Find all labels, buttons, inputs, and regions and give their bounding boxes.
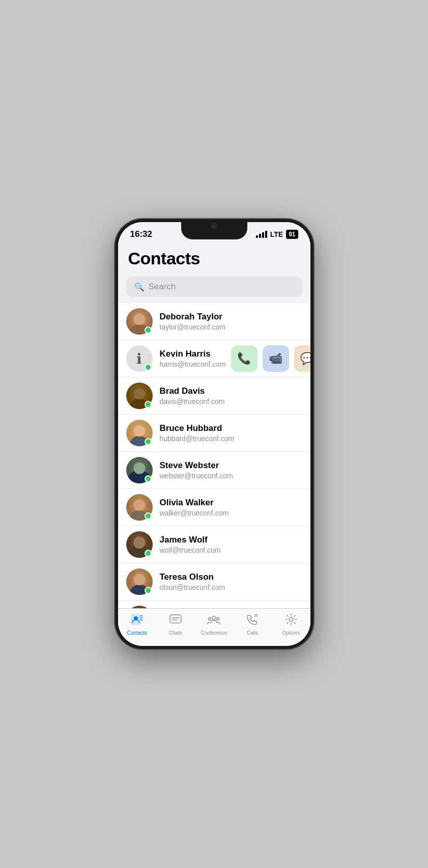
avatar-container bbox=[126, 494, 153, 521]
online-indicator bbox=[145, 327, 152, 334]
contact-name: Steve Webster bbox=[160, 460, 302, 471]
phone-screen: 16:32 LTE 91 Contacts bbox=[118, 222, 310, 646]
tab-contacts[interactable]: Contacts bbox=[118, 613, 157, 636]
svg-point-8 bbox=[134, 425, 145, 437]
contact-item-james-wolf[interactable]: James Wolf wolf@trueconf.com bbox=[118, 526, 310, 563]
tab-options[interactable]: Options bbox=[272, 613, 310, 636]
svg-point-20 bbox=[134, 574, 145, 585]
contact-email: wolf@trueconf.com bbox=[160, 546, 302, 554]
contact-name: Bruce Hubbard bbox=[160, 423, 302, 433]
contacts-tab-icon bbox=[130, 613, 144, 628]
avatar-illustration bbox=[126, 606, 153, 608]
contact-item-brad-davis[interactable]: Brad Davis davis@trueconf.com bbox=[118, 377, 310, 415]
search-bar[interactable]: 🔍 Search bbox=[126, 277, 302, 297]
contacts-tab-label: Contacts bbox=[127, 630, 147, 636]
avatar-bruce-robertson bbox=[126, 606, 153, 608]
calls-tab-icon bbox=[246, 613, 259, 628]
online-indicator bbox=[145, 512, 152, 520]
svg-point-11 bbox=[134, 463, 145, 474]
chats-tab-icon bbox=[169, 613, 182, 628]
options-tab-icon bbox=[284, 613, 298, 628]
contact-name: Deborah Taylor bbox=[160, 312, 302, 322]
svg-point-42 bbox=[209, 618, 211, 620]
status-time: 16:32 bbox=[130, 229, 152, 239]
contact-info: Olivia Walker walker@trueconf.com bbox=[160, 498, 302, 517]
chat-icon: 💬 bbox=[300, 352, 310, 365]
contact-item-steve-webster[interactable]: Steve Webster webster@trueconf.com bbox=[118, 452, 310, 489]
contact-info: Steve Webster webster@trueconf.com bbox=[160, 460, 302, 480]
tab-conference[interactable]: Conference bbox=[195, 613, 234, 636]
signal-bar-1 bbox=[256, 235, 258, 238]
contact-email: harris@trueconf.com bbox=[160, 360, 226, 368]
svg-rect-38 bbox=[170, 615, 181, 623]
chats-tab-label: Chats bbox=[169, 630, 182, 636]
contact-name: Teresa Olson bbox=[160, 572, 302, 582]
options-tab-label: Options bbox=[282, 630, 299, 636]
notch-camera bbox=[211, 223, 217, 229]
contact-email: hubbard@trueconf.com bbox=[160, 435, 302, 443]
svg-point-41 bbox=[212, 616, 216, 620]
avatar-container bbox=[126, 383, 153, 409]
avatar-container bbox=[126, 308, 153, 335]
content-area[interactable]: Contacts 🔍 Search bbox=[118, 242, 310, 608]
contact-item-olivia-walker[interactable]: Olivia Walker walker@trueconf.com bbox=[118, 489, 310, 526]
phone-frame: 16:32 LTE 91 Contacts bbox=[115, 219, 313, 649]
contact-info: Brad Davis davis@trueconf.com bbox=[160, 386, 302, 405]
search-placeholder: Search bbox=[149, 282, 176, 292]
contacts-list: Deborah Taylor taylor@trueconf.com ℹ Kev… bbox=[118, 303, 310, 608]
tab-calls[interactable]: Calls bbox=[233, 613, 272, 636]
contact-info: Kevin Harris harris@trueconf.com bbox=[160, 349, 226, 368]
contact-info: Deborah Taylor taylor@trueconf.com bbox=[160, 312, 302, 331]
avatar-container bbox=[126, 420, 153, 446]
page-title: Contacts bbox=[128, 249, 300, 268]
calls-tab-label: Calls bbox=[247, 630, 258, 636]
online-indicator bbox=[145, 438, 152, 445]
signal-bar-2 bbox=[259, 234, 261, 238]
svg-point-17 bbox=[134, 537, 145, 548]
contact-info: Teresa Olson olson@trueconf.com bbox=[160, 572, 302, 591]
contact-email: taylor@trueconf.com bbox=[160, 323, 302, 331]
page-header: Contacts bbox=[118, 242, 310, 273]
call-button[interactable]: 📞 bbox=[231, 345, 258, 372]
svg-point-43 bbox=[217, 618, 219, 620]
contact-name: Kevin Harris bbox=[160, 349, 226, 359]
svg-point-2 bbox=[134, 314, 145, 325]
svg-point-14 bbox=[134, 500, 145, 511]
signal-bars bbox=[256, 231, 267, 238]
svg-point-5 bbox=[134, 388, 145, 399]
avatar-container bbox=[126, 606, 153, 608]
online-indicator bbox=[145, 550, 152, 557]
online-indicator bbox=[145, 587, 152, 594]
avatar-container: ℹ bbox=[126, 345, 153, 372]
search-icon: 🔍 bbox=[134, 282, 145, 292]
video-icon: 📹 bbox=[269, 352, 282, 365]
call-icon: 📞 bbox=[237, 352, 251, 365]
signal-bar-4 bbox=[265, 231, 267, 238]
contact-item-deborah-taylor[interactable]: Deborah Taylor taylor@trueconf.com bbox=[118, 303, 310, 340]
contact-info: Bruce Hubbard hubbard@trueconf.com bbox=[160, 423, 302, 443]
battery-icon: 91 bbox=[286, 230, 298, 239]
contact-item-bruce-hubbard[interactable]: Bruce Hubbard hubbard@trueconf.com bbox=[118, 415, 310, 452]
avatar-container bbox=[126, 568, 153, 595]
video-button[interactable]: 📹 bbox=[263, 345, 289, 372]
tab-bar: Contacts Chats bbox=[118, 608, 310, 646]
tab-chats[interactable]: Chats bbox=[156, 613, 195, 636]
online-indicator bbox=[145, 475, 152, 482]
status-icons: LTE 91 bbox=[256, 230, 298, 239]
contact-email: davis@trueconf.com bbox=[160, 397, 302, 405]
contact-name: Olivia Walker bbox=[160, 498, 302, 508]
contact-item-bruce-robertson[interactable]: Bruce Robertson robertson@trueconf.com bbox=[118, 601, 310, 608]
conference-tab-label: Conference bbox=[201, 630, 227, 636]
contact-item-teresa-olson[interactable]: Teresa Olson olson@trueconf.com bbox=[118, 563, 310, 601]
online-indicator bbox=[145, 364, 152, 371]
lte-label: LTE bbox=[270, 230, 283, 238]
online-indicator bbox=[145, 401, 152, 408]
contact-item-kevin-harris[interactable]: ℹ Kevin Harris harris@trueconf.com 📞 � bbox=[118, 340, 310, 377]
contact-name: James Wolf bbox=[160, 535, 302, 545]
signal-bar-3 bbox=[262, 232, 264, 238]
chat-button[interactable]: 💬 bbox=[294, 345, 310, 372]
contact-email: walker@trueconf.com bbox=[160, 509, 302, 517]
info-icon: ℹ bbox=[136, 350, 142, 367]
conference-tab-icon bbox=[207, 613, 220, 628]
contact-email: olson@trueconf.com bbox=[160, 583, 302, 591]
